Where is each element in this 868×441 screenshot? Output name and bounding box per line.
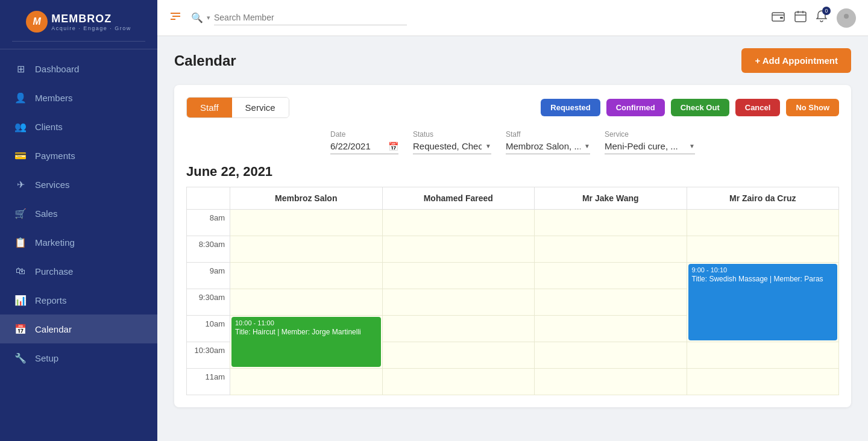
legend-cancel[interactable]: Cancel xyxy=(735,99,781,116)
calendar-cell[interactable] xyxy=(535,236,687,263)
calendar-cell[interactable] xyxy=(687,369,839,395)
calendar-topbar-icon[interactable] xyxy=(794,10,807,25)
sidebar-item-label: Marketing xyxy=(35,237,75,248)
appt-time: 9:00 - 10:10 xyxy=(692,266,834,274)
sidebar: M MEMBROZ Acquire · Engage · Grow ⊞ Dash… xyxy=(0,0,157,441)
time-slot: 8am xyxy=(187,210,230,236)
services-icon: ✈ xyxy=(14,178,27,190)
filter-status-select[interactable]: Requested, Chec... xyxy=(413,141,491,151)
search-input[interactable] xyxy=(214,10,407,25)
setup-icon: 🔧 xyxy=(14,352,27,364)
sidebar-item-label: Reports xyxy=(35,295,67,305)
calendar-cell[interactable] xyxy=(382,210,535,236)
calendar-cell[interactable] xyxy=(382,369,535,395)
sidebar-item-services[interactable]: ✈ Services xyxy=(0,170,157,199)
sidebar-item-sales[interactable]: 🛒 Sales xyxy=(0,199,157,228)
sidebar-item-setup[interactable]: 🔧 Setup xyxy=(0,343,157,372)
calendar-cell[interactable] xyxy=(230,210,383,236)
filter-staff-wrap: Membroz Salon, ... xyxy=(506,141,590,154)
sidebar-item-calendar[interactable]: 📅 Calendar xyxy=(0,314,157,343)
calendar-cell[interactable] xyxy=(382,316,535,342)
tab-staff[interactable]: Staff xyxy=(187,98,232,117)
col-header-mr-zairo: Mr Zairo da Cruz xyxy=(687,187,839,210)
sidebar-item-members[interactable]: 👤 Members xyxy=(0,83,157,112)
filter-date-group: Date 📅 xyxy=(330,130,398,154)
calendar-cell[interactable] xyxy=(230,236,383,263)
appointment-block[interactable]: 10:00 - 11:00Title: Haircut | Member: Jo… xyxy=(231,317,381,367)
calendar-cell[interactable]: 9:00 - 10:10Title: Swedish Massage | Mem… xyxy=(687,263,839,342)
filter-date-input[interactable] xyxy=(330,141,385,151)
filter-staff-select[interactable]: Membroz Salon, ... xyxy=(506,141,590,151)
avatar[interactable] xyxy=(837,8,856,28)
filter-status-label: Status xyxy=(413,130,491,139)
sidebar-item-label: Members xyxy=(35,93,73,103)
filter-date-wrap: 📅 xyxy=(330,141,398,154)
appointment-block[interactable]: 9:00 - 10:10Title: Swedish Massage | Mem… xyxy=(688,264,838,340)
notification-badge: 0 xyxy=(822,7,831,15)
sidebar-navigation: ⊞ Dashboard 👤 Members 👥 Clients 💳 Paymen… xyxy=(0,49,157,441)
sidebar-item-clients[interactable]: 👥 Clients xyxy=(0,112,157,141)
legend-requested[interactable]: Requested xyxy=(541,99,600,116)
sidebar-item-label: Sales xyxy=(35,208,58,219)
calendar-date-heading: June 22, 2021 xyxy=(186,164,839,180)
sidebar-item-label: Purchase xyxy=(35,266,73,277)
legend-checkout[interactable]: Check Out xyxy=(671,99,729,116)
sidebar-item-reports[interactable]: 📊 Reports xyxy=(0,286,157,314)
sidebar-logo: M MEMBROZ Acquire · Engage · Grow xyxy=(0,0,157,49)
search-dropdown-arrow[interactable]: ▾ xyxy=(207,14,210,22)
tab-service[interactable]: Service xyxy=(232,98,289,117)
sidebar-item-payments[interactable]: 💳 Payments xyxy=(0,141,157,170)
sidebar-item-label: Clients xyxy=(35,122,63,132)
appt-title: Title: Swedish Massage | Member: Paras xyxy=(692,275,834,284)
calendar-cell[interactable] xyxy=(535,210,687,236)
calendar-cell[interactable] xyxy=(230,289,383,316)
logo-text: MEMBROZ xyxy=(51,13,131,25)
calendar-cell[interactable] xyxy=(535,316,687,342)
filter-service-select[interactable]: Meni-Pedi cure, ... xyxy=(605,141,695,151)
calendar-cell[interactable] xyxy=(687,236,839,263)
calendar-cell[interactable] xyxy=(230,263,383,289)
calendar-cell[interactable] xyxy=(535,369,687,395)
wallet-icon[interactable] xyxy=(772,11,785,25)
calendar-cell[interactable] xyxy=(687,342,839,369)
calendar-cell[interactable] xyxy=(535,263,687,289)
legend-confirmed[interactable]: Confirmed xyxy=(606,99,665,116)
sidebar-item-marketing[interactable]: 📋 Marketing xyxy=(0,228,157,257)
appt-title: Title: Haircut | Member: Jorge Martinell… xyxy=(235,328,377,337)
time-slot: 10am xyxy=(187,316,230,342)
filter-cal-icon[interactable]: 📅 xyxy=(388,142,398,151)
sidebar-item-label: Dashboard xyxy=(35,64,79,74)
time-slot: 9am xyxy=(187,263,230,289)
marketing-icon: 📋 xyxy=(14,236,27,248)
notification-icon[interactable]: 0 xyxy=(816,10,827,25)
time-slot: 10:30am xyxy=(187,342,230,369)
main-area: 🔍 ▾ 0 Calendar + Add Appointment xyxy=(157,0,868,441)
calendar-cell[interactable] xyxy=(382,263,535,289)
content-area: Calendar + Add Appointment Staff Service… xyxy=(157,36,868,441)
calendar-cell[interactable]: 10:00 - 11:00Title: Haircut | Member: Jo… xyxy=(230,316,383,369)
calendar-cell[interactable] xyxy=(687,210,839,236)
add-appointment-button[interactable]: + Add Appointment xyxy=(741,48,851,73)
legend-noshow[interactable]: No Show xyxy=(786,99,839,116)
time-slot: 8:30am xyxy=(187,236,230,263)
calendar-cell[interactable] xyxy=(230,369,383,395)
sidebar-item-purchase[interactable]: 🛍 Purchase xyxy=(0,257,157,286)
calendar-cell[interactable] xyxy=(535,289,687,316)
topbar-icons: 0 xyxy=(772,8,856,28)
col-header-mr-jake-wang: Mr Jake Wang xyxy=(535,187,687,210)
page-title: Calendar xyxy=(174,52,236,69)
calendar-cell[interactable] xyxy=(382,342,535,369)
calendar-cell[interactable] xyxy=(382,236,535,263)
search-area: 🔍 ▾ xyxy=(191,10,762,25)
sidebar-item-label: Services xyxy=(35,180,70,190)
calendar-cell[interactable] xyxy=(535,342,687,369)
legend: Requested Confirmed Check Out Cancel No … xyxy=(541,99,839,116)
filter-service-wrap: Meni-Pedi cure, ... xyxy=(605,141,695,154)
sidebar-item-dashboard[interactable]: ⊞ Dashboard xyxy=(0,54,157,83)
time-col-header xyxy=(187,187,230,210)
filter-toggle-icon[interactable] xyxy=(169,11,181,25)
calendar-cell[interactable] xyxy=(382,289,535,316)
col-header-mohamed-fareed: Mohamed Fareed xyxy=(382,187,535,210)
sales-icon: 🛒 xyxy=(14,207,27,219)
dashboard-icon: ⊞ xyxy=(14,63,27,75)
